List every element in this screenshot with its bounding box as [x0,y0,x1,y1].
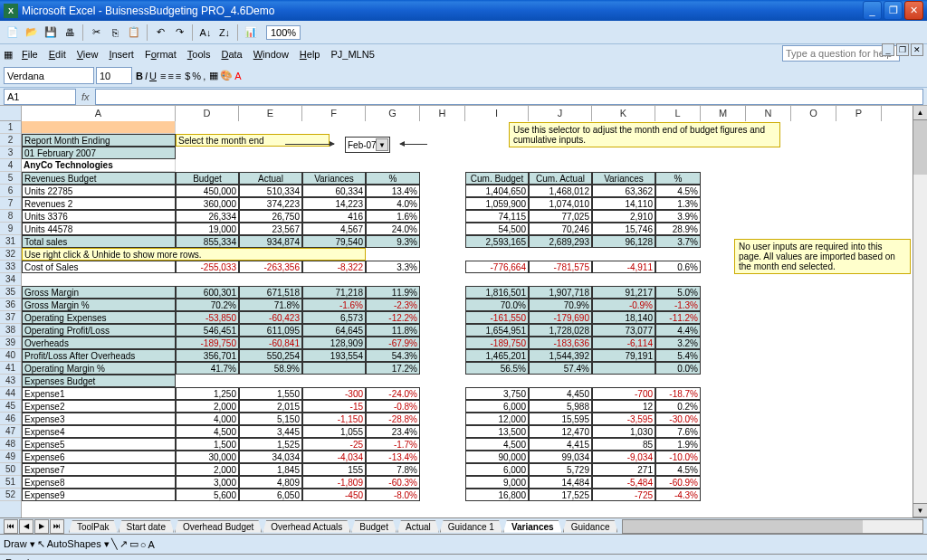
cost-i[interactable]: -776,664 [465,261,529,273]
new-icon[interactable]: 📄 [4,24,22,42]
margin-6-e[interactable]: 58.9% [239,362,302,375]
col-header-P[interactable]: P [836,106,882,121]
percent-icon[interactable]: % [192,71,201,81]
exp-1-g[interactable]: -0.8% [366,400,420,413]
exp-7-f[interactable]: -1,809 [302,476,366,489]
margin-2-e[interactable]: -60,423 [239,311,302,324]
exp-8-j[interactable]: 17,525 [529,489,592,501]
sheet-tab-guidance[interactable]: Guidance [563,520,618,533]
menu-data[interactable]: Data [215,47,247,62]
horizontal-scrollbar[interactable] [622,519,923,534]
exp-4-g[interactable]: -1.7% [366,438,420,451]
rev-label-1[interactable]: Revenues 2 [22,197,176,210]
exp-2-j[interactable]: 15,595 [529,413,592,425]
rev-e-2[interactable]: 26,750 [239,210,302,223]
exp-7-j[interactable]: 14,484 [529,476,592,489]
rev-j-3[interactable]: 70,246 [529,223,592,235]
margin-5-i[interactable]: 1,465,201 [465,349,529,362]
rectangle-icon[interactable]: ▭ [129,538,139,550]
scroll-thumb[interactable] [913,120,927,175]
rev-d-1[interactable]: 360,000 [176,197,239,210]
exp-0-l[interactable]: -18.7% [655,387,701,400]
total-f[interactable]: 79,540 [302,235,366,248]
rev-f-3[interactable]: 4,567 [302,223,366,235]
col-header-J[interactable]: J [529,106,592,121]
col-header-N[interactable]: N [746,106,791,121]
row-header-38[interactable]: 38 [0,324,21,337]
select-all-corner[interactable] [0,106,22,121]
sheet-tab-actual[interactable]: Actual [397,520,439,533]
row-header-47[interactable]: 47 [0,425,21,438]
sort-desc-icon[interactable]: Z↓ [215,24,234,42]
margin-4-f[interactable]: 128,909 [302,337,366,349]
exp-5-d[interactable]: 30,000 [176,451,239,463]
row-header-32[interactable]: 32 [0,248,21,261]
rev-k-2[interactable]: 2,910 [592,210,655,223]
exp-1-l[interactable]: 0.2% [655,400,701,413]
rev-f-1[interactable]: 14,223 [302,197,366,210]
row-header-2[interactable]: 2 [0,134,21,147]
exp-7-e[interactable]: 4,809 [239,476,302,489]
exp-3-j[interactable]: 12,470 [529,425,592,438]
row-header-1[interactable]: 1 [0,121,21,134]
rev-e-0[interactable]: 510,334 [239,185,302,197]
margin-6-j[interactable]: 57.4% [529,362,592,375]
exp-8-e[interactable]: 6,050 [239,489,302,501]
menu-file[interactable]: File [16,47,43,62]
header-2[interactable]: Variances [302,172,366,185]
currency-icon[interactable]: $ [185,71,190,81]
exp-label-8[interactable]: Expense9 [22,489,176,501]
total-j[interactable]: 2,689,293 [529,235,592,248]
row-header-5[interactable]: 5 [0,172,21,185]
exp-6-f[interactable]: 155 [302,463,366,476]
chart-icon[interactable]: 📊 [242,24,260,42]
exp-5-e[interactable]: 34,034 [239,451,302,463]
copy-icon[interactable]: ⎘ [106,24,124,42]
exp-7-i[interactable]: 9,000 [465,476,529,489]
exp-1-d[interactable]: 2,000 [176,400,239,413]
rev-k-3[interactable]: 15,746 [592,223,655,235]
margin-4-l[interactable]: 3.2% [655,337,701,349]
margin-4-j[interactable]: -183,636 [529,337,592,349]
margin-0-k[interactable]: 91,217 [592,286,655,299]
menu-window[interactable]: Window [248,47,294,62]
exp-0-g[interactable]: -24.0% [366,387,420,400]
menu-format[interactable]: Format [139,47,182,62]
margin-0-d[interactable]: 600,301 [176,286,239,299]
cost-j[interactable]: -781,575 [529,261,592,273]
font-name-select[interactable] [4,67,94,84]
row-header-37[interactable]: 37 [0,311,21,324]
row-header-35[interactable]: 35 [0,286,21,299]
exp-7-k[interactable]: -5,484 [592,476,655,489]
row-header-9[interactable]: 9 [0,223,21,235]
exp-4-l[interactable]: 1.9% [655,438,701,451]
exp-2-l[interactable]: -30.0% [655,413,701,425]
line-icon[interactable]: ╲ [111,538,118,550]
header-8[interactable]: % [655,172,701,185]
exp-4-j[interactable]: 4,415 [529,438,592,451]
cost-l[interactable]: 0.6% [655,261,701,273]
total-k[interactable]: 96,128 [592,235,655,248]
formula-bar[interactable] [95,89,923,105]
maximize-button[interactable]: ❐ [884,1,903,20]
row-header-48[interactable]: 48 [0,438,21,451]
tab-last-icon[interactable]: ⏭ [50,519,64,534]
minimize-button[interactable]: _ [863,1,882,20]
margin-3-l[interactable]: 4.4% [655,324,701,337]
row-header-49[interactable]: 49 [0,451,21,463]
doc-restore-button[interactable]: ❐ [896,43,909,56]
col-header-E[interactable]: E [239,106,302,121]
sheet-tab-start-date[interactable]: Start date [119,520,174,533]
margin-2-j[interactable]: -179,690 [529,311,592,324]
sheet-tab-variances[interactable]: Variances [503,520,562,533]
rev-e-1[interactable]: 374,223 [239,197,302,210]
cost-d[interactable]: -255,033 [176,261,239,273]
exp-2-i[interactable]: 12,000 [465,413,529,425]
col-header-A[interactable]: A [22,106,176,121]
exp-3-l[interactable]: 7.6% [655,425,701,438]
margin-label-0[interactable]: Gross Margin [22,286,176,299]
margin-0-j[interactable]: 1,907,718 [529,286,592,299]
font-size-select[interactable] [96,67,132,84]
rev-label-3[interactable]: Units 44578 [22,223,176,235]
exp-label-4[interactable]: Expense5 [22,438,176,451]
